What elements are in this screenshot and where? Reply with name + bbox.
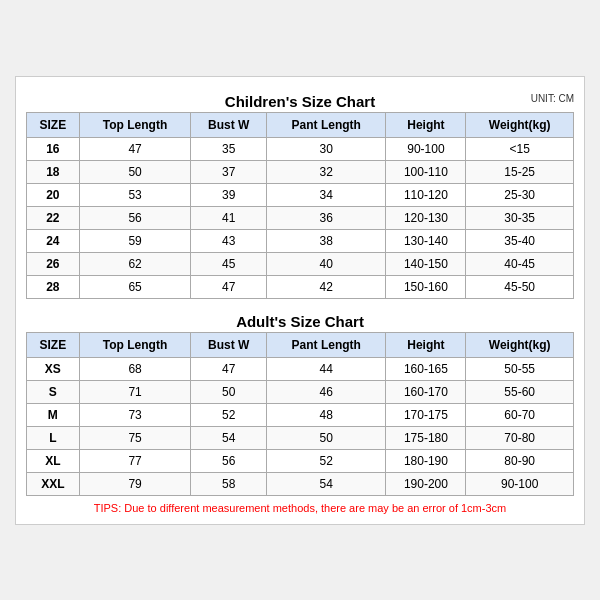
table-row: XS684744160-16550-55: [27, 357, 574, 380]
table-cell: 160-165: [386, 357, 466, 380]
table-cell: 20: [27, 183, 80, 206]
table-cell: 110-120: [386, 183, 466, 206]
table-cell: 54: [267, 472, 386, 495]
table-cell: 56: [79, 206, 191, 229]
table-cell: 56: [191, 449, 267, 472]
table-cell: 15-25: [466, 160, 574, 183]
adult-col-pant-length: Pant Length: [267, 332, 386, 357]
table-cell: 52: [191, 403, 267, 426]
table-cell: 170-175: [386, 403, 466, 426]
table-cell: 130-140: [386, 229, 466, 252]
table-cell: 37: [191, 160, 267, 183]
chart-container: Children's Size Chart UNIT: CM SIZE Top …: [15, 76, 585, 525]
table-cell: 30-35: [466, 206, 574, 229]
table-cell: 40: [267, 252, 386, 275]
table-cell: 16: [27, 137, 80, 160]
table-cell: 65: [79, 275, 191, 298]
table-cell: 46: [267, 380, 386, 403]
table-row: XL775652180-19080-90: [27, 449, 574, 472]
table-cell: 40-45: [466, 252, 574, 275]
table-cell: 22: [27, 206, 80, 229]
adult-col-bust-w: Bust W: [191, 332, 267, 357]
adult-col-weight: Weight(kg): [466, 332, 574, 357]
table-cell: 160-170: [386, 380, 466, 403]
table-cell: 38: [267, 229, 386, 252]
table-cell: 52: [267, 449, 386, 472]
table-cell: 24: [27, 229, 80, 252]
table-cell: 50: [79, 160, 191, 183]
table-cell: L: [27, 426, 80, 449]
unit-label: UNIT: CM: [531, 93, 574, 104]
children-col-size: SIZE: [27, 112, 80, 137]
adult-table: SIZE Top Length Bust W Pant Length Heigh…: [26, 332, 574, 496]
table-cell: 140-150: [386, 252, 466, 275]
table-row: 20533934110-12025-30: [27, 183, 574, 206]
table-cell: 50: [267, 426, 386, 449]
table-cell: 120-130: [386, 206, 466, 229]
table-cell: 68: [79, 357, 191, 380]
table-cell: 71: [79, 380, 191, 403]
adult-header-row: SIZE Top Length Bust W Pant Length Heigh…: [27, 332, 574, 357]
adult-col-top-length: Top Length: [79, 332, 191, 357]
children-header-row: SIZE Top Length Bust W Pant Length Heigh…: [27, 112, 574, 137]
tips-text: TIPS: Due to different measurement metho…: [26, 502, 574, 514]
table-cell: 59: [79, 229, 191, 252]
table-cell: 18: [27, 160, 80, 183]
table-cell: S: [27, 380, 80, 403]
table-cell: 60-70: [466, 403, 574, 426]
table-cell: 28: [27, 275, 80, 298]
adult-col-size: SIZE: [27, 332, 80, 357]
table-cell: 39: [191, 183, 267, 206]
children-col-height: Height: [386, 112, 466, 137]
table-cell: 50-55: [466, 357, 574, 380]
table-cell: 36: [267, 206, 386, 229]
table-cell: 62: [79, 252, 191, 275]
table-row: 18503732100-11015-25: [27, 160, 574, 183]
table-cell: 25-30: [466, 183, 574, 206]
table-cell: <15: [466, 137, 574, 160]
table-row: 24594338130-14035-40: [27, 229, 574, 252]
table-cell: 42: [267, 275, 386, 298]
table-cell: 32: [267, 160, 386, 183]
table-row: M735248170-17560-70: [27, 403, 574, 426]
table-cell: XS: [27, 357, 80, 380]
table-cell: 35: [191, 137, 267, 160]
table-cell: 53: [79, 183, 191, 206]
table-cell: 70-80: [466, 426, 574, 449]
table-cell: 58: [191, 472, 267, 495]
table-cell: 54: [191, 426, 267, 449]
table-cell: 47: [79, 137, 191, 160]
children-col-weight: Weight(kg): [466, 112, 574, 137]
adult-title: Adult's Size Chart: [26, 307, 574, 332]
children-col-bust-w: Bust W: [191, 112, 267, 137]
children-title: Children's Size Chart UNIT: CM: [26, 87, 574, 112]
children-col-pant-length: Pant Length: [267, 112, 386, 137]
table-cell: 45-50: [466, 275, 574, 298]
table-cell: M: [27, 403, 80, 426]
table-cell: 180-190: [386, 449, 466, 472]
table-cell: XXL: [27, 472, 80, 495]
table-cell: 47: [191, 275, 267, 298]
table-row: 28654742150-16045-50: [27, 275, 574, 298]
table-cell: 77: [79, 449, 191, 472]
table-cell: 35-40: [466, 229, 574, 252]
table-cell: 150-160: [386, 275, 466, 298]
table-row: XXL795854190-20090-100: [27, 472, 574, 495]
table-cell: 55-60: [466, 380, 574, 403]
table-cell: 34: [267, 183, 386, 206]
table-cell: 50: [191, 380, 267, 403]
table-row: 22564136120-13030-35: [27, 206, 574, 229]
table-cell: 100-110: [386, 160, 466, 183]
children-title-text: Children's Size Chart: [225, 93, 375, 110]
table-row: S715046160-17055-60: [27, 380, 574, 403]
table-cell: XL: [27, 449, 80, 472]
children-col-top-length: Top Length: [79, 112, 191, 137]
table-cell: 47: [191, 357, 267, 380]
table-cell: 75: [79, 426, 191, 449]
table-row: 1647353090-100<15: [27, 137, 574, 160]
children-table: SIZE Top Length Bust W Pant Length Heigh…: [26, 112, 574, 299]
adult-col-height: Height: [386, 332, 466, 357]
table-cell: 190-200: [386, 472, 466, 495]
table-cell: 90-100: [386, 137, 466, 160]
table-cell: 175-180: [386, 426, 466, 449]
